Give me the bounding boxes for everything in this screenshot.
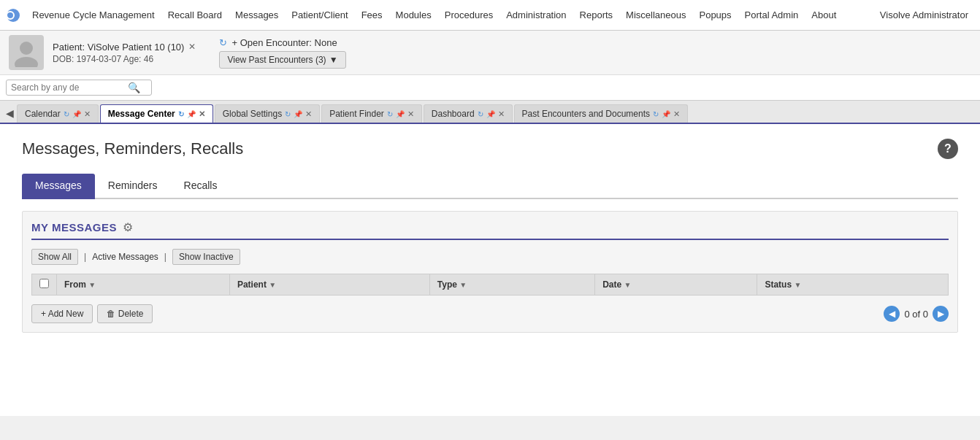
my-messages-title: MY MESSAGES	[31, 221, 117, 233]
show-all-button[interactable]: Show All	[31, 249, 78, 265]
col-type-sort-icon[interactable]: ▼	[459, 281, 467, 289]
nav-about[interactable]: About	[805, 7, 842, 23]
col-type-label: Type	[437, 279, 457, 290]
dropdown-arrow-icon: ▼	[329, 55, 338, 65]
top-nav: Revenue Cycle Management Recall Board Me…	[0, 0, 980, 31]
nav-fees[interactable]: Fees	[356, 7, 388, 23]
open-encounter-label: + Open Encounter: None	[231, 37, 337, 48]
tab-message-center-close[interactable]: ✕	[199, 109, 205, 119]
sub-tabs: Messages Reminders Recalls	[22, 174, 958, 199]
tab-past-encounters[interactable]: Past Encounters and Documents ↻ 📌 ✕	[514, 104, 688, 123]
tab-calendar[interactable]: Calendar ↻ 📌 ✕	[17, 104, 99, 123]
search-input[interactable]	[11, 82, 128, 93]
table-header: From ▼ Patient ▼ Type ▼ Date ▼	[32, 274, 949, 296]
pin-icon-2[interactable]: 📌	[187, 110, 196, 118]
svg-point-2	[20, 42, 33, 55]
add-new-button[interactable]: + Add New	[31, 304, 93, 323]
main-content: Messages, Reminders, Recalls ? Messages …	[0, 124, 980, 416]
prev-page-button[interactable]: ◀	[884, 306, 900, 322]
pin-icon-6[interactable]: 📌	[662, 110, 670, 118]
refresh-small-icon-4[interactable]: ↻	[387, 110, 393, 118]
refresh-small-icon-3[interactable]: ↻	[285, 110, 291, 118]
action-bar: + Add New 🗑 Delete ◀ 0 of 0 ▶	[31, 304, 949, 323]
nav-portal-admin[interactable]: Portal Admin	[739, 7, 805, 23]
col-status-label: Status	[765, 279, 792, 290]
encounter-section: ↻ + Open Encounter: None View Past Encou…	[219, 37, 345, 69]
tab-global-settings-close[interactable]: ✕	[305, 109, 312, 119]
tab-dashboard-label: Dashboard	[432, 109, 475, 119]
active-messages-label: Active Messages	[92, 252, 158, 262]
nav-miscellaneous[interactable]: Miscellaneous	[620, 7, 692, 23]
col-patient-sort-icon[interactable]: ▼	[269, 281, 276, 289]
page-header: Messages, Reminders, Recalls ?	[22, 139, 958, 159]
nav-procedures[interactable]: Procedures	[439, 7, 499, 23]
app-logo	[6, 8, 20, 23]
tab-global-settings[interactable]: Global Settings ↻ 📌 ✕	[215, 104, 320, 123]
delete-button[interactable]: 🗑 Delete	[97, 304, 153, 323]
sub-tab-recalls-label: Recalls	[184, 180, 218, 191]
view-past-label: View Past Encounters (3)	[227, 55, 326, 65]
tab-calendar-label: Calendar	[25, 109, 61, 119]
nav-administration[interactable]: Administration	[500, 7, 572, 23]
nav-patient-client[interactable]: Patient/Client	[286, 7, 353, 23]
messages-table: From ▼ Patient ▼ Type ▼ Date ▼	[31, 274, 949, 296]
search-bar: 🔍	[0, 75, 980, 101]
sub-tab-reminders[interactable]: Reminders	[95, 174, 171, 199]
my-messages-section: MY MESSAGES ⚙ Show All | Active Messages…	[22, 211, 958, 333]
refresh-small-icon-5[interactable]: ↻	[478, 110, 483, 118]
col-checkbox	[32, 274, 57, 296]
sub-tab-messages-label: Messages	[35, 180, 82, 191]
page-count: 0 of 0	[904, 309, 928, 320]
refresh-small-icon-2[interactable]: ↻	[178, 110, 184, 118]
refresh-small-icon-6[interactable]: ↻	[653, 110, 659, 118]
sub-tab-recalls[interactable]: Recalls	[171, 174, 231, 199]
search-icon[interactable]: 🔍	[128, 82, 140, 93]
tab-past-encounters-close[interactable]: ✕	[673, 109, 680, 119]
nav-revenue-cycle[interactable]: Revenue Cycle Management	[26, 7, 161, 23]
nav-recall-board[interactable]: Recall Board	[162, 7, 228, 23]
pin-icon[interactable]: 📌	[72, 110, 81, 118]
nav-messages[interactable]: Messages	[229, 7, 284, 23]
patient-header: Patient: ViSolve Patient 10 (10) ✕ DOB: …	[0, 31, 980, 75]
sub-tab-messages[interactable]: Messages	[22, 174, 95, 199]
tab-patient-finder-close[interactable]: ✕	[407, 109, 414, 119]
pagination: ◀ 0 of 0 ▶	[884, 306, 949, 322]
patient-avatar	[9, 35, 44, 70]
nav-popups[interactable]: Popups	[693, 7, 737, 23]
filter-separator: |	[81, 252, 89, 262]
next-page-button[interactable]: ▶	[933, 306, 949, 322]
tab-dashboard[interactable]: Dashboard ↻ 📌 ✕	[424, 104, 513, 123]
open-encounter-row: ↻ + Open Encounter: None	[219, 37, 345, 48]
col-status-sort-icon[interactable]: ▼	[794, 281, 801, 289]
tab-dashboard-close[interactable]: ✕	[498, 109, 505, 119]
tab-prev-button[interactable]: ◀	[3, 104, 17, 123]
help-icon[interactable]: ?	[938, 139, 958, 159]
nav-modules[interactable]: Modules	[390, 7, 437, 23]
my-messages-header: MY MESSAGES ⚙	[31, 220, 949, 240]
patient-close-button[interactable]: ✕	[188, 42, 196, 52]
nav-user: Visolve Administrator	[874, 7, 974, 23]
tab-past-encounters-label: Past Encounters and Documents	[522, 109, 650, 119]
refresh-small-icon[interactable]: ↻	[64, 110, 69, 118]
refresh-icon[interactable]: ↻	[219, 37, 227, 48]
pin-icon-4[interactable]: 📌	[396, 110, 405, 118]
col-type: Type ▼	[429, 274, 594, 296]
col-from-sort-icon[interactable]: ▼	[88, 281, 96, 289]
select-all-checkbox[interactable]	[39, 279, 49, 288]
col-date: Date ▼	[595, 274, 757, 296]
col-from: From ▼	[57, 274, 230, 296]
view-past-encounters-button[interactable]: View Past Encounters (3) ▼	[219, 51, 345, 69]
tab-message-center[interactable]: Message Center ↻ 📌 ✕	[100, 104, 213, 123]
nav-reports[interactable]: Reports	[574, 7, 619, 23]
filter-separator-2: |	[161, 252, 169, 262]
pin-icon-3[interactable]: 📌	[294, 110, 302, 118]
pin-icon-5[interactable]: 📌	[486, 110, 495, 118]
show-inactive-button[interactable]: Show Inactive	[172, 249, 240, 265]
tabs-bar: ◀ Calendar ↻ 📌 ✕ Message Center ↻ 📌 ✕ Gl…	[0, 101, 980, 124]
col-date-sort-icon[interactable]: ▼	[624, 281, 632, 289]
patient-dob: DOB: 1974-03-07 Age: 46	[53, 54, 196, 64]
col-patient-label: Patient	[237, 279, 267, 290]
tab-calendar-close[interactable]: ✕	[84, 109, 91, 119]
tab-patient-finder[interactable]: Patient Finder ↻ 📌 ✕	[321, 104, 422, 123]
gear-icon[interactable]: ⚙	[123, 220, 133, 234]
